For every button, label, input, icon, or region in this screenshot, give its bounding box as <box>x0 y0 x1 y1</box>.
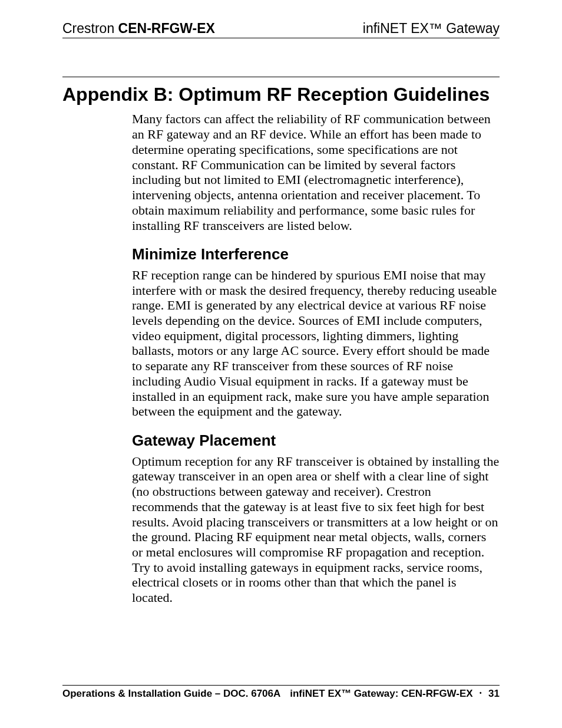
section-body-minimize-interference: RF reception range can be hindered by sp… <box>132 268 500 419</box>
running-header: Crestron CEN-RFGW-EX infiNET EX™ Gateway <box>62 21 500 38</box>
section-heading-minimize-interference: Minimize Interference <box>132 245 500 264</box>
intro-paragraph: Many factors can affect the reliability … <box>132 111 500 233</box>
section-heading-gateway-placement: Gateway Placement <box>132 431 500 450</box>
footer-left: Operations & Installation Guide – DOC. 6… <box>62 688 280 700</box>
appendix-title: Appendix B: Optimum RF Reception Guideli… <box>62 77 500 106</box>
running-footer: Operations & Installation Guide – DOC. 6… <box>62 685 500 700</box>
page: Crestron CEN-RFGW-EX infiNET EX™ Gateway… <box>0 0 562 728</box>
page-number: 31 <box>488 688 500 699</box>
footer-right: infiNET EX™ Gateway: CEN-RFGW-EX • 31 <box>290 688 500 700</box>
bullet-icon: • <box>478 690 483 696</box>
body-block: Many factors can affect the reliability … <box>132 111 500 605</box>
footer-right-prefix: infiNET EX™ Gateway: CEN-RFGW-EX <box>290 688 472 699</box>
header-left-bold: CEN-RFGW-EX <box>118 21 215 36</box>
header-left-prefix: Crestron <box>62 21 118 36</box>
section-body-gateway-placement: Optimum reception for any RF transceiver… <box>132 454 500 605</box>
content-area: Appendix B: Optimum RF Reception Guideli… <box>62 77 500 605</box>
header-left: Crestron CEN-RFGW-EX <box>62 21 215 37</box>
header-right: infiNET EX™ Gateway <box>363 21 500 37</box>
